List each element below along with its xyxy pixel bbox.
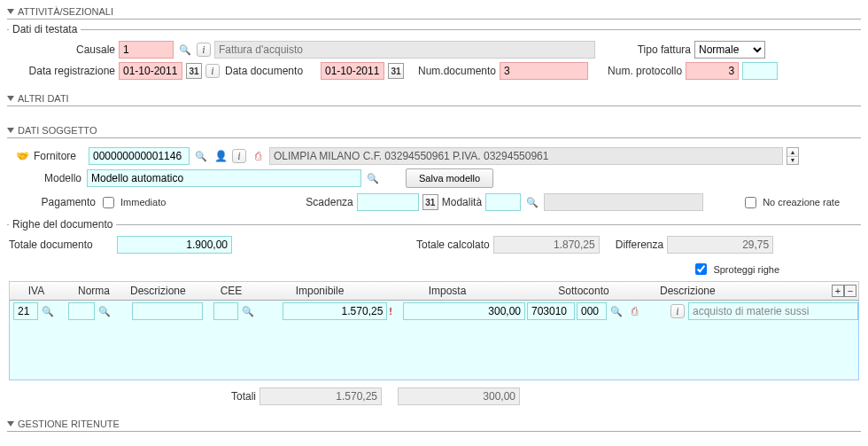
col-iva: IVA bbox=[10, 283, 63, 299]
info-icon[interactable]: i bbox=[197, 43, 211, 57]
collapse-icon bbox=[7, 421, 14, 426]
calendar-icon[interactable]: 31 bbox=[422, 194, 438, 210]
fieldset-testata: Dati di testata Causale 🔍 i Tipo fattura… bbox=[7, 23, 861, 85]
modalita-label: Modalità bbox=[442, 196, 482, 208]
pagamento-label: Pagamento bbox=[16, 196, 96, 208]
data-doc-input[interactable] bbox=[321, 62, 384, 80]
num-prot-suffix[interactable] bbox=[742, 62, 778, 80]
search-icon[interactable]: 🔍 bbox=[524, 194, 540, 210]
col-imponibile: Imponibile bbox=[258, 283, 382, 299]
search-icon[interactable]: 🔍 bbox=[193, 148, 209, 164]
immediato-label: Immediato bbox=[120, 197, 166, 207]
fieldset-righe: Righe del documento Totale documento Tot… bbox=[7, 218, 861, 411]
diff-value bbox=[667, 236, 773, 254]
section-title: ATTIVITÀ/SEZIONALI bbox=[18, 6, 113, 17]
collapse-icon bbox=[7, 128, 14, 133]
search-icon[interactable]: 🔍 bbox=[40, 303, 56, 319]
tot-doc-input[interactable] bbox=[117, 236, 232, 254]
row-sotto1-input[interactable] bbox=[527, 302, 575, 320]
causale-input[interactable] bbox=[119, 41, 174, 59]
causale-desc bbox=[214, 41, 595, 59]
num-doc-label: Num.documento bbox=[418, 65, 496, 77]
sproteggi-checkbox[interactable] bbox=[695, 263, 707, 275]
section-title: ALTRI DATI bbox=[18, 93, 69, 104]
row-imposta-input[interactable] bbox=[403, 302, 525, 320]
tot-imp-value bbox=[260, 387, 382, 405]
search-icon[interactable]: 🔍 bbox=[608, 303, 624, 319]
tot-doc-label: Totale documento bbox=[9, 239, 113, 251]
modalita-desc bbox=[544, 193, 703, 211]
num-prot-input[interactable] bbox=[686, 62, 739, 80]
modello-label: Modello bbox=[16, 172, 83, 184]
collapse-icon bbox=[7, 9, 14, 14]
sproteggi-label: Sproteggi righe bbox=[713, 264, 779, 275]
fornitore-label: Fornitore bbox=[34, 150, 85, 162]
modello-input[interactable] bbox=[87, 169, 361, 187]
tot-calc-value bbox=[493, 236, 600, 254]
row-iva-input[interactable] bbox=[13, 302, 38, 320]
totali-label: Totali bbox=[212, 390, 256, 403]
scadenza-label: Scadenza bbox=[306, 196, 353, 208]
spinner-control[interactable]: ▲▼ bbox=[787, 147, 799, 165]
calendar-icon[interactable]: 31 bbox=[388, 63, 404, 79]
immediato-checkbox[interactable] bbox=[103, 197, 114, 208]
row-desc-input[interactable] bbox=[132, 302, 203, 320]
data-reg-input[interactable] bbox=[119, 62, 182, 80]
data-doc-label: Data documento bbox=[225, 65, 317, 77]
col-norma: Norma bbox=[63, 283, 125, 299]
section-ritenute[interactable]: GESTIONE RITENUTE bbox=[7, 416, 861, 432]
col-desc2: Descrizione bbox=[655, 283, 832, 299]
causale-label: Causale bbox=[9, 43, 115, 56]
fornitore-desc bbox=[269, 147, 783, 165]
nocreazione-label: No creazione rate bbox=[763, 197, 840, 207]
search-icon[interactable]: 🔍 bbox=[177, 42, 193, 58]
row-sotto2-input[interactable] bbox=[577, 302, 607, 320]
search-icon[interactable]: 🔍 bbox=[365, 170, 381, 186]
col-desc: Descrizione bbox=[125, 283, 205, 299]
section-title: GESTIONE RITENUTE bbox=[18, 419, 120, 429]
calendar-icon[interactable]: 31 bbox=[186, 63, 202, 79]
remove-row-button[interactable]: − bbox=[844, 285, 856, 297]
tipo-fattura-label: Tipo fattura bbox=[629, 43, 691, 56]
print-icon[interactable]: ⎙ bbox=[250, 148, 266, 164]
num-doc-input[interactable] bbox=[500, 62, 588, 80]
nocreazione-checkbox[interactable] bbox=[745, 197, 756, 208]
modalita-input[interactable] bbox=[485, 193, 521, 211]
legend-righe: Righe del documento bbox=[9, 218, 116, 231]
row-desc2-input[interactable] bbox=[688, 302, 858, 320]
table-body: 🔍 🔍 🔍 ! 🔍 bbox=[9, 301, 859, 380]
tipo-fattura-select[interactable]: Normale bbox=[694, 41, 765, 59]
person-icon[interactable]: 👤 bbox=[213, 148, 229, 164]
scadenza-input[interactable] bbox=[357, 193, 419, 211]
diff-label: Differenza bbox=[616, 239, 663, 251]
col-sottoconto: Sottoconto bbox=[513, 283, 655, 299]
row-norma-input[interactable] bbox=[68, 302, 95, 320]
section-altri[interactable]: ALTRI DATI bbox=[7, 90, 861, 106]
print-icon[interactable]: ⎙ bbox=[626, 303, 642, 319]
collapse-icon bbox=[7, 96, 14, 101]
info-icon[interactable]: i bbox=[232, 149, 246, 163]
row-imponibile-input[interactable] bbox=[283, 302, 387, 320]
handshake-icon: 🤝 bbox=[16, 150, 30, 162]
info-icon[interactable]: i bbox=[205, 64, 220, 78]
tot-imposta-value bbox=[398, 387, 520, 405]
row-cee-input[interactable] bbox=[213, 302, 238, 320]
col-cee: CEE bbox=[205, 283, 258, 299]
search-icon[interactable]: 🔍 bbox=[97, 303, 112, 319]
tot-calc-label: Totale calcolato bbox=[416, 239, 490, 251]
col-imposta: Imposta bbox=[382, 283, 513, 299]
salva-modello-button[interactable]: Salva modello bbox=[406, 168, 493, 188]
search-icon[interactable]: 🔍 bbox=[240, 303, 256, 319]
table-header: IVA Norma Descrizione CEE Imponibile Imp… bbox=[9, 281, 859, 301]
info-icon[interactable]: i bbox=[670, 304, 685, 318]
legend-testata: Dati di testata bbox=[9, 23, 81, 35]
fornitore-code-input[interactable] bbox=[89, 147, 190, 165]
num-prot-label: Num. protocollo bbox=[608, 65, 682, 77]
table-row: 🔍 🔍 🔍 ! 🔍 bbox=[10, 301, 858, 322]
section-soggetto[interactable]: DATI SOGGETTO bbox=[7, 122, 861, 138]
alert-icon[interactable]: ! bbox=[389, 306, 392, 317]
data-reg-label: Data registrazione bbox=[9, 65, 115, 77]
add-row-button[interactable]: + bbox=[832, 285, 844, 297]
section-attivita[interactable]: ATTIVITÀ/SEZIONALI bbox=[7, 4, 861, 20]
section-title: DATI SOGGETTO bbox=[18, 125, 97, 136]
